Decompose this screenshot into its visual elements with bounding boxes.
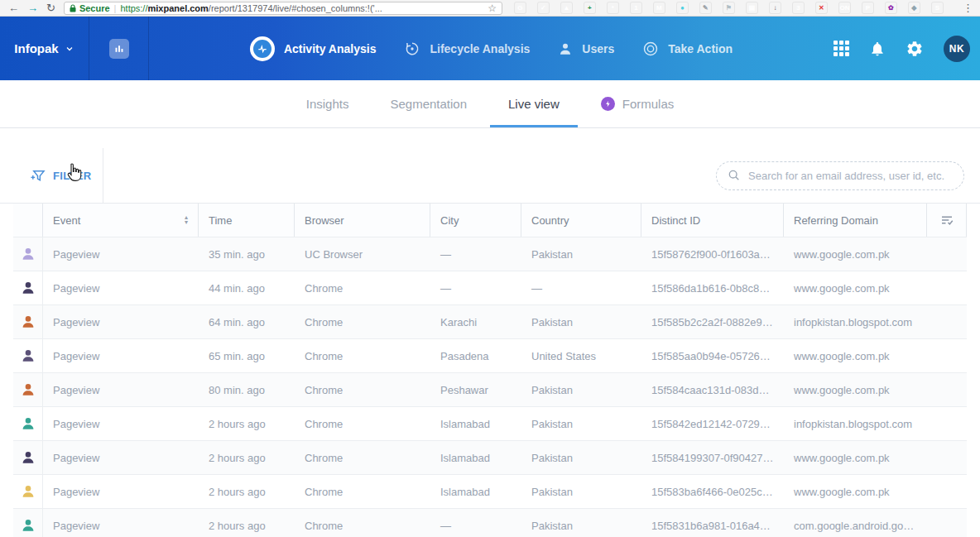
extension-icon[interactable]: ✕: [815, 2, 828, 14]
column-header-city[interactable]: City: [430, 204, 521, 237]
nav-item-lifecycle-analysis[interactable]: Lifecycle Analysis: [404, 41, 530, 57]
extension-icon[interactable]: +: [584, 2, 596, 14]
activity-pulse-icon: [250, 36, 275, 61]
extension-icon[interactable]: ON: [838, 2, 851, 14]
notifications-bell-icon[interactable]: [869, 41, 886, 57]
browser-cell: Chrome: [295, 486, 430, 498]
referring-domain-cell: www.google.com.pk: [784, 248, 927, 261]
country-cell: United States: [521, 350, 641, 362]
user-avatar[interactable]: NK: [944, 36, 970, 62]
column-chooser-icon: [939, 213, 954, 228]
country-cell: —: [521, 282, 641, 295]
filter-funnel-icon: [30, 168, 46, 184]
table-header-row: Event ▴▾ Time Browser City Country Disti…: [13, 204, 967, 237]
city-cell: Karachi: [430, 316, 521, 328]
table-row[interactable]: Pageview 2 hours ago Chrome Islamabad Pa…: [13, 441, 967, 475]
settings-gear-icon[interactable]: [906, 40, 924, 58]
time-cell: 2 hours ago: [199, 418, 295, 430]
user-avatar-icon: [21, 484, 36, 499]
table-row[interactable]: Pageview 44 min. ago Chrome — — 15f586da…: [13, 271, 967, 305]
column-header-referring-domain[interactable]: Referring Domain: [784, 204, 927, 237]
table-row[interactable]: Pageview 2 hours ago Chrome Islamabad Pa…: [13, 475, 967, 509]
extension-icon[interactable]: ✎: [699, 2, 712, 14]
country-cell: Pakistan: [521, 452, 641, 464]
nav-item-label: Activity Analysis: [284, 42, 377, 55]
browser-reload-icon[interactable]: ↻: [46, 2, 55, 14]
tab-segmentation[interactable]: Segmentation: [387, 80, 470, 127]
event-cell: Pageview: [43, 486, 199, 498]
country-cell: Pakistan: [521, 248, 641, 261]
tab-insights[interactable]: Insights: [303, 80, 353, 127]
column-chooser-button[interactable]: [927, 204, 967, 237]
extension-icons-row: G ✓ ▲ + * 1 M ● ✎ ⚑ ▤ ↓: [514, 2, 944, 14]
nav-item-take-action[interactable]: Take Action: [642, 41, 733, 57]
tab-live-view[interactable]: Live view: [505, 80, 563, 127]
table-row[interactable]: Pageview 35 min. ago UC Browser — Pakist…: [13, 237, 967, 271]
table-row[interactable]: Pageview 2 hours ago Chrome Islamabad Pa…: [13, 407, 967, 441]
distinct-id-cell: 15f585aa0b94e-057268d1e-...: [641, 350, 784, 362]
extension-icon[interactable]: ↓: [769, 2, 781, 14]
extension-icon[interactable]: ▤: [746, 2, 758, 14]
extension-icon[interactable]: *: [607, 2, 619, 14]
table-row[interactable]: Pageview 2 hours ago Chrome — Pakistan 1…: [13, 509, 967, 537]
bar-chart-board-icon[interactable]: [109, 39, 129, 59]
browser-menu-icon[interactable]: ⋮: [963, 2, 973, 14]
event-cell: Pageview: [43, 520, 199, 532]
browser-forward-icon[interactable]: →: [27, 2, 38, 14]
nav-item-users[interactable]: Users: [558, 41, 614, 56]
sort-arrows-icon[interactable]: ▴▾: [185, 215, 188, 225]
city-cell: Islamabad: [430, 486, 521, 498]
column-header-time[interactable]: Time: [199, 204, 295, 237]
country-cell: Pakistan: [521, 384, 641, 396]
extension-icon[interactable]: 1: [630, 2, 642, 14]
time-cell: 2 hours ago: [199, 486, 295, 498]
column-header-browser[interactable]: Browser: [295, 204, 430, 237]
browser-cell: Chrome: [295, 452, 430, 464]
address-bar[interactable]: Secure | https://mixpanel.com/report/131…: [64, 2, 502, 15]
table-row[interactable]: Pageview 64 min. ago Chrome Karachi Paki…: [13, 305, 967, 339]
nav-item-activity-analysis[interactable]: Activity Analysis: [250, 36, 377, 61]
distinct-id-cell: 15f583ba6f466-0e025c0996...: [641, 486, 784, 498]
workspace-switcher[interactable]: Infopak: [0, 17, 89, 80]
time-cell: 64 min. ago: [199, 316, 295, 328]
mouse-cursor-hand: [65, 162, 83, 184]
browser-cell: Chrome: [295, 520, 430, 532]
search-box[interactable]: [716, 161, 964, 190]
extension-icon[interactable]: ✓: [537, 2, 550, 14]
extension-icon[interactable]: 3: [792, 2, 805, 14]
extension-icon[interactable]: G: [514, 2, 526, 14]
referring-domain-cell: www.google.com.pk: [784, 486, 927, 498]
browser-back-icon[interactable]: ←: [8, 2, 19, 14]
time-cell: 2 hours ago: [199, 520, 295, 532]
apps-grid-icon[interactable]: [833, 41, 849, 56]
report-tab-bar: Insights Segmentation Live view Formulas: [0, 80, 980, 128]
extension-icon[interactable]: ✿: [885, 2, 897, 14]
event-cell: Pageview: [43, 248, 199, 261]
live-view-toolbar: FILTER: [0, 148, 980, 204]
extension-icon[interactable]: ◆: [908, 2, 920, 14]
search-icon: [728, 169, 741, 182]
workspace-name: Infopak: [14, 41, 58, 55]
column-header-country[interactable]: Country: [521, 204, 641, 237]
extension-icon[interactable]: ▲: [560, 2, 573, 14]
extension-icon[interactable]: S: [931, 2, 944, 14]
bookmark-star-icon[interactable]: ☆: [488, 2, 497, 14]
extension-icon[interactable]: ⚑: [723, 2, 735, 14]
column-header-distinct-id[interactable]: Distinct ID: [641, 204, 784, 237]
table-row[interactable]: Pageview 65 min. ago Chrome Pasadena Uni…: [13, 339, 967, 373]
event-cell: Pageview: [43, 282, 199, 295]
table-row[interactable]: Pageview 80 min. ago Chrome Peshawar Pak…: [13, 373, 967, 407]
formulas-bolt-icon: [601, 97, 615, 111]
column-header-event[interactable]: Event ▴▾: [43, 204, 199, 237]
event-cell: Pageview: [43, 452, 199, 464]
referring-domain-cell: com.google.android.googleq...: [784, 520, 927, 532]
search-input[interactable]: [748, 170, 953, 182]
extension-icon[interactable]: ●: [676, 2, 689, 14]
row-icon-cell: [13, 475, 43, 508]
url-separator: |: [114, 3, 117, 13]
extension-icon[interactable]: P: [862, 2, 874, 14]
tab-formulas[interactable]: Formulas: [598, 80, 678, 127]
extension-icon[interactable]: M: [653, 2, 665, 14]
time-cell: 80 min. ago: [199, 384, 295, 396]
country-cell: Pakistan: [521, 316, 641, 328]
